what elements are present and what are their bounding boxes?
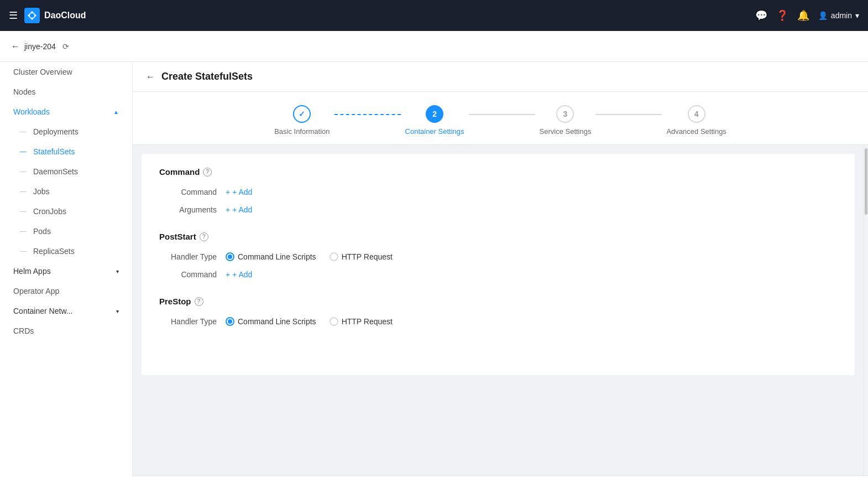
sidebar-label-jobs: Jobs [33, 187, 50, 196]
step-connector-1-2 [334, 114, 401, 115]
poststart-command-add-button[interactable]: + + Add [226, 270, 252, 279]
arguments-row: Arguments + + Add [159, 205, 837, 214]
logo-icon [24, 8, 40, 23]
workloads-chevron-icon: ▲ [113, 109, 119, 115]
sidebar-item-deployments[interactable]: — Deployments [0, 122, 132, 142]
command-help-icon[interactable]: ? [203, 168, 212, 177]
sub-header: ← jinye-204 ⟳ [0, 31, 868, 62]
command-add-button[interactable]: + + Add [226, 188, 252, 196]
sidebar-item-operator-app[interactable]: Operator App [0, 281, 132, 301]
sidebar-label-workloads: Workloads [13, 107, 50, 116]
sidebar-item-cronjobs[interactable]: — CronJobs [0, 201, 132, 221]
form-card: Command ? Command + + Add Arguments [142, 154, 855, 375]
sidebar-item-daemonsets[interactable]: — DaemonSets [0, 162, 132, 182]
prestop-handler-type-row: Handler Type Command Line Scripts [159, 317, 837, 326]
chat-icon[interactable]: 💬 [755, 9, 767, 22]
arguments-add-plus-icon: + [226, 205, 230, 214]
poststart-command-line-radio-dot [228, 255, 232, 259]
poststart-add-plus-icon: + [226, 270, 230, 279]
poststart-help-icon[interactable]: ? [200, 232, 208, 241]
container-netw-chevron-icon: ▾ [116, 308, 119, 314]
step-3-label: Service Settings [540, 127, 592, 136]
bell-icon[interactable]: 🔔 [797, 9, 809, 22]
sidebar-item-container-netw[interactable]: Container Netw... ▾ [0, 301, 132, 321]
prestop-http-request-option[interactable]: HTTP Request [330, 317, 393, 326]
cluster-back-icon[interactable]: ← [11, 42, 20, 51]
sidebar-item-statefulsets[interactable]: — StatefulSets [0, 142, 132, 162]
prestop-handler-label: Handler Type [170, 317, 226, 326]
main-content: ← Create StatefulSets ✓ Basic Informatio… [133, 62, 868, 477]
poststart-command-line-label: Command Line Scripts [238, 252, 316, 261]
sidebar-item-pods[interactable]: — Pods [0, 221, 132, 241]
command-section-title: Command ? [159, 167, 837, 177]
command-row: Command + + Add [159, 188, 837, 196]
sidebar-label-container-netw: Container Netw... [13, 307, 72, 315]
jobs-dash: — [20, 188, 27, 195]
sidebar-item-cluster-overview[interactable]: Cluster Overview [0, 62, 132, 82]
arguments-label: Arguments [170, 205, 226, 214]
command-add-plus-icon: + [226, 188, 230, 196]
page-title: Create StatefulSets [161, 71, 253, 82]
poststart-handler-type-row: Handler Type Command Line Scripts [159, 252, 837, 261]
sidebar-label-replicasets: ReplicaSets [33, 247, 75, 256]
hamburger-icon[interactable]: ☰ [9, 9, 18, 22]
stepper: ✓ Basic Information 2 Container Settings… [133, 92, 868, 145]
step-4: 4 Advanced Settings [666, 105, 726, 136]
logo-text: DaoCloud [44, 11, 86, 20]
scrollbar-track [864, 145, 868, 475]
deployments-dash: — [20, 128, 27, 136]
sidebar-item-helm-apps[interactable]: Helm Apps ▾ [0, 261, 132, 281]
sidebar-label-deployments: Deployments [33, 127, 79, 136]
poststart-http-request-radio-circle [330, 252, 338, 261]
poststart-command-line-option[interactable]: Command Line Scripts [226, 252, 316, 261]
sidebar-item-replicasets[interactable]: — ReplicaSets [0, 241, 132, 261]
step-3: 3 Service Settings [540, 105, 592, 136]
prestop-command-line-option[interactable]: Command Line Scripts [226, 317, 316, 326]
top-nav: ☰ DaoCloud 💬 ❓ 🔔 👤 admin ▾ [0, 0, 868, 31]
step-4-label: Advanced Settings [666, 127, 726, 136]
poststart-http-request-label: HTTP Request [342, 252, 393, 261]
sidebar-label-crds: CRDs [13, 326, 34, 335]
sidebar-label-nodes: Nodes [13, 87, 35, 96]
poststart-command-row: Command + + Add [159, 270, 837, 279]
arguments-add-button[interactable]: + + Add [226, 205, 252, 214]
page-back-icon[interactable]: ← [146, 72, 155, 82]
prestop-help-icon[interactable]: ? [195, 297, 203, 306]
page-header: ← Create StatefulSets [133, 62, 868, 92]
prestop-radio-group: Command Line Scripts HTTP Request [226, 317, 393, 326]
poststart-section: PostStart ? Handler Type Command Line [159, 232, 837, 279]
user-menu[interactable]: 👤 admin ▾ [818, 11, 859, 20]
step-1-label: Basic Information [274, 127, 330, 136]
form-area: Command ? Command + + Add Arguments [133, 145, 864, 475]
cluster-name: jinye-204 [24, 42, 56, 51]
sidebar-label-daemonsets: DaemonSets [33, 167, 78, 176]
sidebar-label-pods: Pods [33, 227, 51, 236]
poststart-http-request-option[interactable]: HTTP Request [330, 252, 393, 261]
step-2-circle: 2 [426, 105, 443, 123]
refresh-icon[interactable]: ⟳ [62, 42, 69, 51]
sidebar-item-workloads[interactable]: Workloads ▲ [0, 102, 132, 122]
step-connector-2-3 [469, 114, 535, 115]
prestop-http-request-label: HTTP Request [342, 317, 393, 326]
sidebar: Cluster Overview Nodes Workloads ▲ — Dep… [0, 62, 133, 477]
help-icon[interactable]: ❓ [776, 9, 788, 22]
poststart-command-line-radio-circle [226, 252, 234, 261]
prestop-command-line-label: Command Line Scripts [238, 317, 316, 326]
poststart-section-title: PostStart ? [159, 232, 837, 241]
sidebar-label-cronjobs: CronJobs [33, 207, 66, 216]
poststart-radio-group: Command Line Scripts HTTP Request [226, 252, 393, 261]
sidebar-label-cluster-overview: Cluster Overview [13, 68, 72, 76]
avatar-icon: 👤 [818, 11, 828, 20]
sidebar-item-crds[interactable]: CRDs [0, 321, 132, 341]
step-3-circle: 3 [556, 105, 574, 123]
prestop-section: PreStop ? Handler Type Command Line S [159, 297, 837, 326]
step-2-label: Container Settings [405, 127, 464, 136]
sidebar-item-nodes[interactable]: Nodes [0, 82, 132, 102]
pods-dash: — [20, 227, 27, 235]
step-2: 2 Container Settings [405, 105, 464, 136]
step-1-circle: ✓ [293, 105, 311, 123]
replicasets-dash: — [20, 247, 27, 255]
sidebar-item-jobs[interactable]: — Jobs [0, 182, 132, 201]
scrollbar-thumb[interactable] [865, 148, 867, 215]
poststart-command-label: Command [170, 270, 226, 279]
